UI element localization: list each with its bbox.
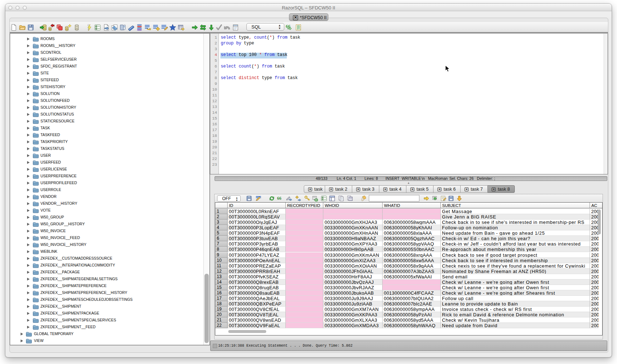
svg-text:66: 66 [277,196,281,201]
